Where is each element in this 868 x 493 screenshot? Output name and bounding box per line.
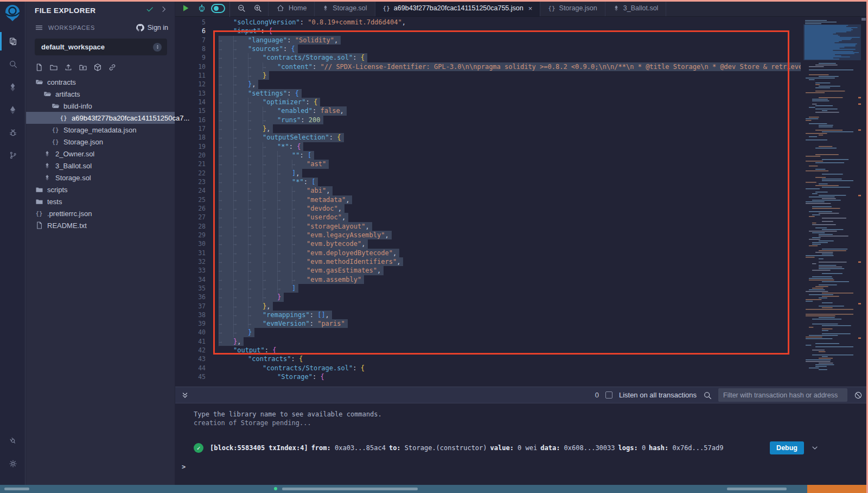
- tree-item[interactable]: 2_Owner.sol: [26, 148, 175, 160]
- tab-Storage.json[interactable]: {}Storage.json: [540, 0, 605, 16]
- code-line: "Storage": {: [219, 372, 801, 381]
- new-folder-button[interactable]: [49, 63, 58, 72]
- activity-search[interactable]: [0, 53, 25, 75]
- activity-solidity-compiler[interactable]: [0, 75, 25, 98]
- run-script-button[interactable]: [178, 1, 193, 15]
- activity-icons-bottom: [0, 429, 25, 475]
- json-icon: {}: [383, 5, 390, 12]
- link-icon: [108, 63, 117, 72]
- code-line: "storageLayout",: [219, 222, 801, 231]
- activity-plugin-manager[interactable]: [0, 429, 25, 452]
- code-line: "devdoc",: [219, 204, 801, 213]
- tab-a69b43f277ba20fcac141151250ca755.json[interactable]: {}a69b43f277ba20fcac141151250ca755.json×: [375, 0, 541, 16]
- editor-lines[interactable]: "solcVersion": "0.8.19","solcLongVersion…: [219, 17, 801, 381]
- tree-item[interactable]: {}Storage.json: [26, 136, 175, 148]
- tree-item[interactable]: Storage.sol: [26, 172, 175, 184]
- upload-folder-button[interactable]: [79, 63, 87, 72]
- tree-item[interactable]: tests: [26, 195, 175, 207]
- expand-transaction-icon[interactable]: [810, 444, 819, 452]
- activity-file-explorer[interactable]: [0, 30, 25, 53]
- editor-scrollbar[interactable]: [861, 17, 866, 387]
- line-number: 22: [175, 169, 212, 178]
- solidity-file-icon: [43, 150, 52, 157]
- upload-file-button[interactable]: [64, 63, 73, 72]
- tabs: HomeStorage.sol{}a69b43f277ba20fcac14115…: [268, 0, 666, 16]
- folder-icon: [35, 198, 43, 206]
- tree-item[interactable]: {}a69b43f277ba20fcac141151250ca7...: [26, 112, 175, 124]
- transaction-row[interactable]: ✓ [block:5583405 txIndex:4]from: 0xa03..…: [194, 441, 819, 454]
- tree-item[interactable]: 3_Ballot.sol: [26, 160, 175, 172]
- scrollbar-thumb[interactable]: [861, 18, 866, 21]
- search-icon: [9, 60, 17, 68]
- code-line: "settings": {: [219, 89, 801, 98]
- terminal-prompt[interactable]: >: [182, 463, 186, 471]
- listen-checkbox[interactable]: [605, 391, 612, 399]
- activity-deploy-run[interactable]: [0, 98, 25, 121]
- workspace-select[interactable]: default_workspace: [35, 39, 167, 55]
- debug-button[interactable]: Debug: [770, 441, 804, 454]
- workspaces-menu-button[interactable]: [35, 23, 43, 32]
- zoom-out-button[interactable]: [234, 1, 248, 15]
- status-text-left: [4, 488, 29, 490]
- remix-logo[interactable]: [3, 3, 22, 22]
- tree-item[interactable]: build-info: [26, 100, 175, 112]
- tab-Home[interactable]: Home: [268, 0, 315, 16]
- activity-settings[interactable]: [0, 452, 25, 475]
- line-number: 17: [175, 124, 212, 133]
- tree-item[interactable]: {}.prettierrc.json: [26, 207, 175, 219]
- cube-button[interactable]: [93, 63, 102, 72]
- tab-3_Ballot.sol[interactable]: 3_Ballot.sol: [605, 0, 667, 16]
- sign-in-button[interactable]: Sign in: [136, 23, 168, 32]
- code-line: }: [219, 328, 801, 337]
- workspace-caret-icon: [153, 43, 162, 52]
- code-line: },: [219, 337, 801, 346]
- solidity-file-icon: [43, 174, 52, 181]
- tree-item-label: README.txt: [47, 222, 87, 230]
- code-line: "input": {: [219, 27, 801, 35]
- ai-toggle[interactable]: [211, 4, 225, 13]
- activity-icons-top: [0, 30, 25, 167]
- settings-icon: [9, 459, 17, 468]
- tree-item[interactable]: {}Storage_metadata.json: [26, 124, 175, 136]
- new-file-icon: [35, 63, 43, 72]
- zoom-in-button[interactable]: [251, 1, 265, 15]
- code-line: "evm.deployedBytecode",: [219, 249, 801, 257]
- line-number: 13: [175, 89, 212, 98]
- code-editor[interactable]: 4567891011121314151617181920212223242526…: [175, 17, 868, 387]
- close-tab-icon[interactable]: ×: [528, 4, 533, 12]
- terminal-collapse-icon[interactable]: [181, 391, 189, 400]
- new-file-button[interactable]: [35, 63, 43, 72]
- file-toolbar: [26, 61, 175, 76]
- activity-debugger[interactable]: [0, 121, 25, 144]
- tree-item[interactable]: contracts: [26, 76, 175, 88]
- line-number: 21: [175, 160, 212, 168]
- status-text-network: [282, 488, 418, 490]
- line-number: 24: [175, 186, 212, 195]
- code-line: }: [219, 293, 801, 301]
- collapse-panel-button[interactable]: [159, 5, 168, 16]
- code-line: "": [: [219, 151, 801, 160]
- folder-open-icon: [35, 78, 43, 86]
- line-number: 40: [175, 328, 212, 337]
- activity-git[interactable]: [0, 144, 25, 167]
- json-icon: {}: [59, 115, 68, 122]
- status-badge[interactable]: [807, 485, 868, 493]
- ai-assistant-button[interactable]: [195, 1, 209, 15]
- code-line: "output": {: [219, 346, 801, 355]
- filter-input[interactable]: [718, 388, 847, 402]
- accept-check-button[interactable]: [145, 5, 154, 16]
- line-number: 35: [175, 284, 212, 293]
- minimap[interactable]: [803, 20, 861, 372]
- line-number: 4: [175, 17, 212, 18]
- tab-Storage.sol[interactable]: Storage.sol: [315, 0, 375, 16]
- editor-area: HomeStorage.sol{}a69b43f277ba20fcac14115…: [175, 0, 868, 485]
- line-number: 30: [175, 239, 212, 248]
- tree-item-label: a69b43f277ba20fcac141151250ca7...: [72, 114, 189, 122]
- tree-item[interactable]: README.txt: [26, 219, 175, 231]
- terminal-search-icon[interactable]: [703, 391, 712, 400]
- link-button[interactable]: [108, 63, 117, 72]
- clear-console-icon[interactable]: [854, 391, 863, 400]
- code-line: },: [219, 80, 801, 89]
- tree-item[interactable]: artifacts: [26, 88, 175, 100]
- tree-item[interactable]: scripts: [26, 184, 175, 195]
